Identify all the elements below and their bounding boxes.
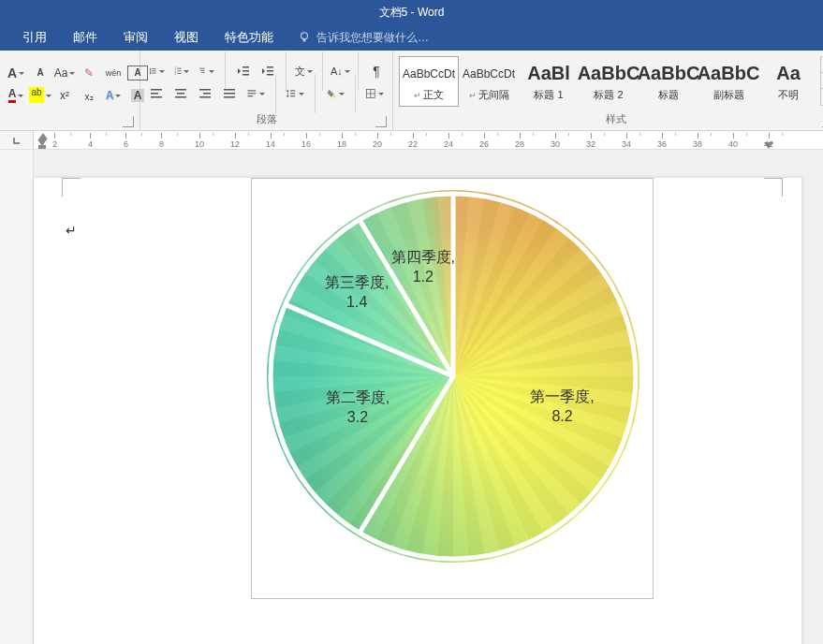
- font-color-button[interactable]: A: [6, 85, 26, 106]
- ruler-minor: [248, 131, 249, 149]
- ruler-minor: [782, 131, 783, 149]
- align-center-button[interactable]: [170, 83, 191, 104]
- ruler-mark: 14: [266, 131, 275, 149]
- numbering-button[interactable]: 123: [171, 61, 193, 81]
- style-item-2[interactable]: AaBl标题 1: [519, 56, 579, 107]
- style-item-5[interactable]: AaBbC副标题: [698, 56, 758, 107]
- style-sample: AaBbC: [638, 62, 700, 86]
- text-direction-button[interactable]: 文: [294, 61, 315, 81]
- svg-rect-15: [201, 70, 205, 71]
- horizontal-ruler[interactable]: 24681012141618202224262830323436384042: [0, 131, 823, 150]
- tab-references[interactable]: 引用: [9, 24, 60, 51]
- superscript-button[interactable]: x²: [54, 85, 75, 106]
- ruler-mark: 26: [479, 131, 489, 149]
- align-left-button[interactable]: [146, 83, 167, 104]
- ruler-minor: [426, 131, 427, 149]
- paragraph-dialog-launcher[interactable]: [375, 116, 387, 127]
- style-name: ↵无间隔: [469, 88, 509, 102]
- show-marks-button[interactable]: ¶: [366, 61, 387, 81]
- pie-chart[interactable]: 第一季度,8.2第二季度,3.2第三季度,1.4第四季度,1.2: [251, 178, 654, 599]
- style-sample: Aa: [776, 62, 801, 86]
- hanging-indent-icon[interactable]: [37, 139, 47, 149]
- ruler-mark: 4: [88, 131, 93, 149]
- ruler-minor: [390, 131, 391, 149]
- font-size-grow-button[interactable]: A: [6, 63, 26, 83]
- align-justify-button[interactable]: [219, 83, 240, 104]
- highlight-button[interactable]: ab: [30, 85, 51, 106]
- ruler-mark: 32: [586, 131, 595, 149]
- ruler-minor: [355, 131, 356, 149]
- ruler-minor: [675, 131, 676, 149]
- ruler-mark: 30: [551, 131, 560, 149]
- ruler-mark: 36: [657, 131, 667, 149]
- page[interactable]: ↵ 第一季度,8.2第二季度,3.2第三季度,1.4第四季度,1.2: [34, 178, 801, 644]
- style-item-1[interactable]: AaBbCcDt↵无间隔: [459, 56, 519, 107]
- pie-label-1: 第二季度,3.2: [316, 388, 400, 428]
- tab-view[interactable]: 视图: [161, 24, 212, 51]
- ruler-mark: 28: [515, 131, 524, 149]
- style-item-3[interactable]: AaBbC标题 2: [579, 56, 639, 107]
- svg-rect-41: [291, 95, 296, 96]
- borders-button[interactable]: [362, 83, 387, 104]
- tell-me[interactable]: 告诉我您想要做什么…: [287, 30, 429, 46]
- ruler-mark: 18: [337, 131, 346, 149]
- ribbon: A A Aa ✎ wén A A ab x² x₂ A A 123: [0, 51, 823, 131]
- tab-mailings[interactable]: 邮件: [60, 24, 110, 51]
- ruler-scale[interactable]: 24681012141618202224262830323436384042: [34, 131, 823, 149]
- ruler-mark: 2: [52, 131, 57, 149]
- font-size-shrink-button[interactable]: A: [30, 63, 51, 83]
- styles-group: AaBbCcDt↵正文AaBbCcDt↵无间隔AaBl标题 1AaBbC标题 2…: [393, 51, 823, 130]
- multilevel-list-button[interactable]: [196, 61, 217, 81]
- clear-format-button[interactable]: ✎: [79, 63, 99, 83]
- first-line-indent-icon[interactable]: [38, 133, 48, 139]
- svg-rect-28: [175, 96, 186, 98]
- ruler-mark: 22: [408, 131, 418, 149]
- svg-rect-23: [151, 89, 162, 91]
- vertical-ruler[interactable]: [0, 150, 34, 644]
- svg-rect-9: [177, 68, 181, 69]
- style-item-6[interactable]: Aa不明: [758, 56, 818, 107]
- phonetic-guide-button[interactable]: wén: [103, 63, 124, 83]
- align-distribute-button[interactable]: [243, 83, 268, 104]
- ruler-mark: 40: [728, 131, 738, 149]
- svg-rect-20: [267, 66, 273, 68]
- svg-point-6: [150, 72, 152, 74]
- change-case-button[interactable]: Aa: [54, 63, 75, 83]
- style-item-0[interactable]: AaBbCcDt↵正文: [399, 56, 459, 107]
- ruler-corner[interactable]: [0, 131, 34, 149]
- shading-button[interactable]: [323, 83, 347, 104]
- bullets-button[interactable]: [146, 61, 168, 81]
- lightbulb-icon: [298, 31, 311, 44]
- svg-rect-24: [151, 93, 158, 95]
- ruler-mark: 38: [693, 131, 702, 149]
- svg-rect-35: [247, 90, 256, 91]
- tab-review[interactable]: 审阅: [110, 24, 161, 51]
- ruler-minor: [106, 131, 107, 149]
- tab-special[interactable]: 特色功能: [212, 24, 287, 51]
- ruler-mark: 20: [373, 131, 382, 149]
- decrease-indent-button[interactable]: [233, 61, 254, 81]
- svg-rect-14: [200, 68, 205, 69]
- svg-rect-31: [199, 96, 211, 98]
- sort-button[interactable]: A↓: [330, 61, 350, 81]
- text-effects-button[interactable]: A: [103, 85, 124, 106]
- svg-rect-30: [203, 93, 211, 95]
- svg-rect-42: [333, 95, 335, 97]
- page-surface[interactable]: ↵ 第一季度,8.2第二季度,3.2第三季度,1.4第四季度,1.2: [34, 150, 823, 644]
- svg-rect-11: [177, 70, 181, 71]
- title-bar: 文档5 - Word: [0, 0, 823, 24]
- styles-gallery[interactable]: AaBbCcDt↵正文AaBbCcDt↵无间隔AaBl标题 1AaBbC标题 2…: [399, 54, 823, 107]
- svg-rect-40: [291, 93, 296, 94]
- styles-group-label: 样式: [399, 110, 823, 130]
- ruler-minor: [462, 131, 463, 149]
- font-dialog-launcher[interactable]: [123, 116, 134, 127]
- subscript-button[interactable]: x₂: [79, 85, 99, 106]
- ruler-mark: 42: [764, 131, 773, 149]
- ruler-minor: [177, 131, 178, 149]
- line-spacing-button[interactable]: [283, 83, 307, 104]
- ruler-mark: 10: [195, 131, 204, 149]
- style-item-4[interactable]: AaBbC标题: [639, 56, 698, 107]
- font-group-label: [6, 113, 134, 130]
- svg-rect-34: [224, 96, 235, 98]
- align-right-button[interactable]: [195, 83, 215, 104]
